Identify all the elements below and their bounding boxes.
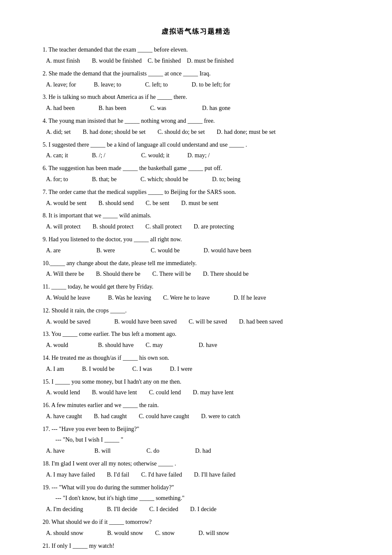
question-block-4: 4. The young man insisted that he _____ … [43, 116, 349, 137]
question-block-6: 6. The suggestion has been made _____ th… [43, 163, 349, 185]
options-line-20: A. should snow B. would snow C. snow D. … [43, 528, 349, 538]
question-text-10: 10._____ any change about the date, plea… [43, 258, 349, 269]
question-block-18: 18. I'm glad I went over all my notes; o… [43, 459, 349, 480]
question-text-5: 5. I suggested there _____ be a kind of … [43, 140, 349, 150]
question-block-21: 21. If only I _____ my watch! [43, 541, 349, 551]
question-block-1: 1. The teacher demanded that the exam __… [43, 45, 349, 66]
question-block-2: 2. She made the demand that the journali… [43, 69, 349, 90]
question-text-17: 17. --- "Have you ever been to Beijing?" [43, 424, 349, 434]
options-line-12: A. would be saved B. would have been sav… [43, 317, 349, 327]
question-text-11: 11. _____ today, he would get there by F… [43, 282, 349, 292]
question-text-21: 21. If only I _____ my watch! [43, 541, 349, 551]
question-text-8: 8. It is important that we _____ wild an… [43, 211, 349, 221]
question-block-7: 7. The order came that the medical suppl… [43, 187, 349, 208]
options-line-16: A. have caught B. had caught C. could ha… [43, 411, 349, 422]
options-line-8: A. will protect B. should protect C. sha… [43, 222, 349, 232]
question-sub-19: --- "I don't know, but it's high time __… [43, 493, 349, 503]
question-text-16: 16. A few minutes earlier and we _____ t… [43, 400, 349, 410]
options-line-13: A. would B. should have C. may D. have [43, 340, 349, 350]
question-text-1: 1. The teacher demanded that the exam __… [43, 45, 349, 55]
question-text-12: 12. Should it rain, the crops _____. [43, 306, 349, 316]
question-text-6: 6. The suggestion has been made _____ th… [43, 163, 349, 173]
question-block-8: 8. It is important that we _____ wild an… [43, 211, 349, 232]
options-line-15: A. would lend B. would have lent C. coul… [43, 387, 349, 398]
question-text-18: 18. I'm glad I went over all my notes; o… [43, 459, 349, 469]
question-text-4: 4. The young man insisted that he _____ … [43, 116, 349, 126]
options-line-9: A. are B. were C. would be D. would have… [43, 246, 349, 256]
question-text-20: 20. What should we do if it _____ tomorr… [43, 517, 349, 527]
options-line-4: A. did; set B. had done; should be set C… [43, 127, 349, 137]
options-line-14: A. I am B. I would be C. I was D. I were [43, 364, 349, 374]
question-block-20: 20. What should we do if it _____ tomorr… [43, 517, 349, 538]
question-block-16: 16. A few minutes earlier and we _____ t… [43, 400, 349, 422]
question-text-9: 9. Had you listened to the doctor, you _… [43, 234, 349, 245]
options-line-10: A. Will there be B. Should there be C. T… [43, 269, 349, 279]
question-block-14: 14. He treated me as though/as if _____ … [43, 353, 349, 374]
question-sub-17: --- "No, but I wish I _____ " [43, 435, 349, 445]
question-block-3: 3. He is talking so much about America a… [43, 92, 349, 113]
options-line-5: A. can; it B. /; / C. would; it D. may; … [43, 150, 349, 161]
question-text-7: 7. The order came that the medical suppl… [43, 187, 349, 197]
question-block-10: 10._____ any change about the date, plea… [43, 258, 349, 280]
question-block-15: 15. I _____ you some money, but I hadn't… [43, 377, 349, 398]
question-block-12: 12. Should it rain, the crops _____.A. w… [43, 306, 349, 327]
question-text-13: 13. You _____ come earlier. The bus left… [43, 329, 349, 339]
options-line-6: A. for; to B. that; be C. which; should … [43, 174, 349, 185]
options-line-19: A. I'm deciding B. I'll decide C. I deci… [43, 504, 349, 515]
options-line-2: A. leave; for B. leave; to C. left; to D… [43, 80, 349, 90]
question-text-14: 14. He treated me as though/as if _____ … [43, 353, 349, 363]
options-line-7: A. would be sent B. should send C. be se… [43, 198, 349, 208]
question-block-5: 5. I suggested there _____ be a kind of … [43, 140, 349, 161]
question-text-2: 2. She made the demand that the journali… [43, 69, 349, 79]
question-block-19: 19. --- "What will you do during the sum… [43, 483, 349, 515]
question-text-15: 15. I _____ you some money, but I hadn't… [43, 377, 349, 387]
options-line-11: A. Would he leave B. Was he leaving C. W… [43, 293, 349, 303]
options-line-18: A. I may have failed B. I'd fail C. I'd … [43, 470, 349, 480]
question-text-19: 19. --- "What will you do during the sum… [43, 483, 349, 493]
question-block-17: 17. --- "Have you ever been to Beijing?"… [43, 424, 349, 456]
page-title: 虚拟语气练习题精选 [43, 26, 349, 37]
question-block-11: 11. _____ today, he would get there by F… [43, 282, 349, 303]
options-line-3: A. had been B. has been C. was D. has go… [43, 103, 349, 113]
options-line-1: A. must finish B. would be finished C. b… [43, 56, 349, 66]
question-text-3: 3. He is talking so much about America a… [43, 92, 349, 102]
question-block-13: 13. You _____ come earlier. The bus left… [43, 329, 349, 350]
options-line-17: A. have B. will C. do D. had [43, 446, 349, 456]
question-block-9: 9. Had you listened to the doctor, you _… [43, 234, 349, 256]
